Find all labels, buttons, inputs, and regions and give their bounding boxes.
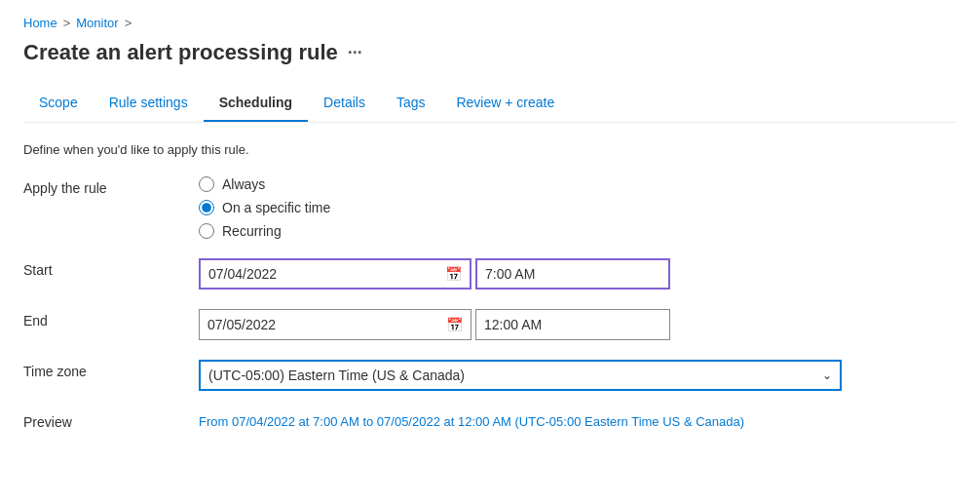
radio-always[interactable]: Always (199, 176, 842, 192)
start-calendar-icon[interactable]: 📅 (437, 266, 470, 282)
preview-text: From 07/04/2022 at 7:00 AM to 07/05/2022… (199, 410, 842, 429)
end-date-wrapper: 📅 (199, 309, 471, 340)
section-description: Define when you'd like to apply this rul… (23, 142, 957, 157)
start-date-input[interactable] (201, 260, 437, 288)
timezone-select-wrapper: (UTC-05:00) Eastern Time (US & Canada) (… (199, 360, 842, 391)
tab-scope[interactable]: Scope (23, 85, 94, 122)
tab-bar: Scope Rule settings Scheduling Details T… (23, 85, 957, 123)
form-section: Apply the rule Always On a specific time… (23, 176, 803, 430)
start-time-input[interactable] (475, 258, 670, 290)
start-date-wrapper: 📅 (199, 258, 471, 290)
preview-label: Preview (23, 410, 199, 430)
end-calendar-icon[interactable]: 📅 (438, 317, 471, 332)
end-field-row: 📅 (199, 309, 842, 340)
tab-details[interactable]: Details (308, 85, 381, 122)
radio-specific-time[interactable]: On a specific time (199, 200, 842, 215)
radio-always-label: Always (222, 176, 265, 192)
tab-scheduling[interactable]: Scheduling (204, 85, 308, 122)
end-time-input[interactable] (475, 309, 670, 340)
radio-specific-time-label: On a specific time (222, 200, 330, 215)
breadcrumb: Home > Monitor > (23, 16, 957, 30)
apply-rule-label: Apply the rule (23, 176, 199, 196)
page-title-container: Create an alert processing rule ··· (23, 40, 957, 65)
end-label: End (23, 309, 199, 329)
timezone-select[interactable]: (UTC-05:00) Eastern Time (US & Canada) (… (199, 360, 842, 391)
breadcrumb-home[interactable]: Home (23, 16, 57, 30)
radio-recurring-label: Recurring (222, 223, 282, 239)
breadcrumb-sep2: > (125, 16, 132, 30)
timezone-label: Time zone (23, 360, 199, 379)
breadcrumb-monitor[interactable]: Monitor (76, 16, 118, 30)
tab-review-create[interactable]: Review + create (440, 85, 570, 122)
breadcrumb-sep1: > (63, 16, 71, 30)
radio-recurring-input[interactable] (199, 223, 214, 239)
page-title: Create an alert processing rule (23, 40, 338, 65)
tab-tags[interactable]: Tags (381, 85, 441, 122)
more-options-icon[interactable]: ··· (348, 43, 362, 63)
end-date-input[interactable] (200, 310, 438, 339)
radio-always-input[interactable] (199, 176, 214, 192)
apply-rule-options: Always On a specific time Recurring (199, 176, 842, 239)
start-label: Start (23, 258, 199, 278)
start-field-row: 📅 (199, 258, 842, 290)
radio-specific-time-input[interactable] (199, 200, 214, 215)
tab-rule-settings[interactable]: Rule settings (94, 85, 204, 122)
radio-recurring[interactable]: Recurring (199, 223, 842, 239)
